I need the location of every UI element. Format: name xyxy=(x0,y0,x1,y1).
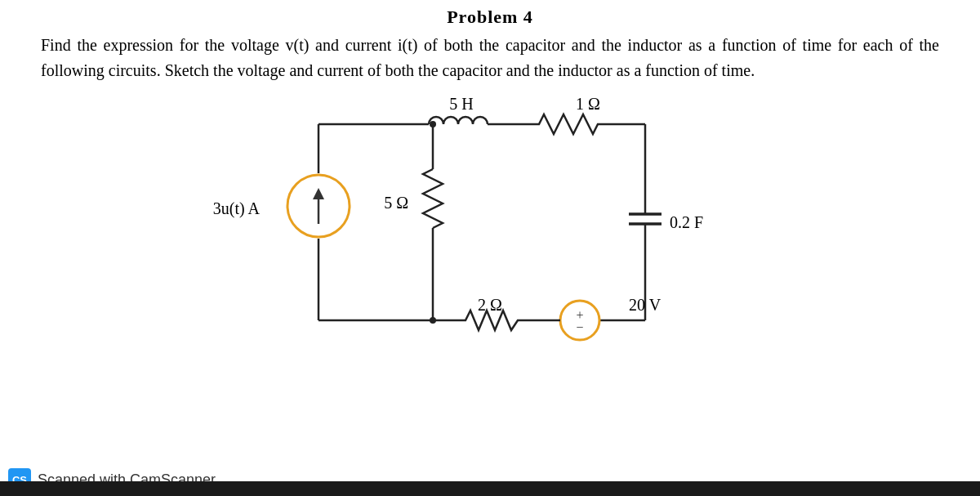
problem-title: Problem 4 xyxy=(33,0,947,28)
problem-statement: Find the expression for the voltage v(t)… xyxy=(33,33,947,83)
capacitor-label: 0.2 F xyxy=(670,213,703,231)
resistor-top-label: 1 Ω xyxy=(576,95,600,113)
title-text: Problem 4 xyxy=(447,7,533,27)
page-container: Problem 4 Find the expression for the vo… xyxy=(0,0,980,496)
problem-text-content: Find the expression for the voltage v(t)… xyxy=(41,36,939,79)
resistor-left-symbol xyxy=(423,169,443,228)
voltage-minus: − xyxy=(576,320,583,334)
junction-bottom-left xyxy=(430,317,436,324)
bottom-bar xyxy=(0,481,980,496)
junction-top-left xyxy=(430,121,436,127)
current-source-label: 3u(t) A xyxy=(213,199,261,218)
resistor-bottom-label: 2 Ω xyxy=(478,296,502,314)
circuit-diagram: 5 H 1 Ω 0.2 F xyxy=(33,92,947,386)
circuit-svg: 5 H 1 Ω 0.2 F xyxy=(212,92,768,369)
resistor-top-symbol xyxy=(531,114,612,134)
voltage-source-label: 20 V xyxy=(629,296,662,314)
inductor-symbol xyxy=(429,117,488,124)
inductor-label: 5 H xyxy=(449,95,473,113)
resistor-left-label: 5 Ω xyxy=(384,194,408,212)
